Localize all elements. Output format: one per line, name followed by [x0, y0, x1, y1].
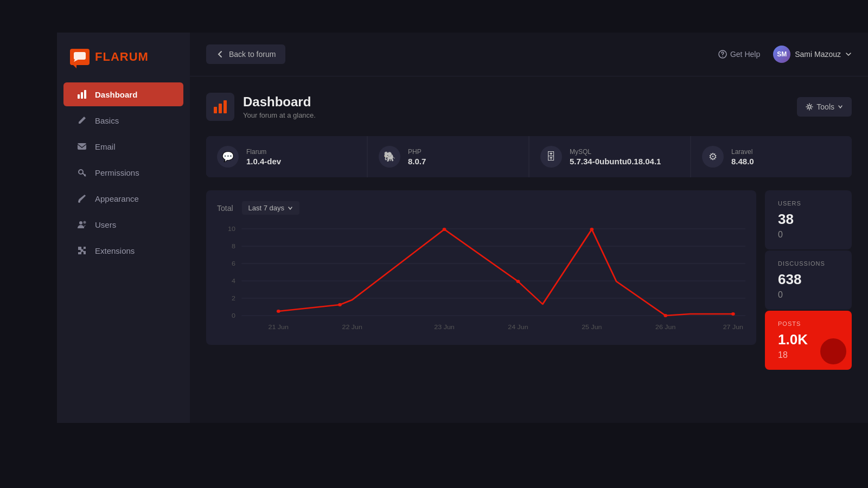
dropdown-arrow-icon [838, 104, 843, 110]
logo-text: FLARUM [95, 50, 149, 64]
svg-text:6: 6 [232, 260, 235, 267]
svg-rect-3 [81, 92, 83, 99]
svg-rect-2 [78, 94, 80, 99]
sidebar-item-dashboard[interactable]: Dashboard [63, 82, 183, 106]
discussions-stat-label: DISCUSSIONS [778, 260, 839, 267]
logo-icon [70, 49, 90, 65]
users-stat-label: USERS [778, 200, 839, 207]
info-card-laravel: ⚙ Laravel 8.48.0 [691, 136, 852, 177]
brush-icon [76, 193, 87, 204]
users-icon [76, 219, 87, 230]
laravel-label: Laravel [731, 148, 754, 156]
sidebar-item-dashboard-label: Dashboard [95, 90, 137, 99]
sidebar-item-extensions[interactable]: Extensions [63, 239, 183, 262]
sidebar-item-users[interactable]: Users [63, 213, 183, 236]
bar-chart-icon [213, 99, 228, 114]
info-card-mysql: 🗄 MySQL 5.7.34-0ubuntu0.18.04.1 [529, 136, 690, 177]
users-stat-value: 38 [778, 211, 839, 228]
svg-point-39 [590, 228, 593, 231]
flarum-value: 1.0.4-dev [246, 157, 281, 166]
svg-text:25 Jun: 25 Jun [582, 324, 602, 330]
info-cards: 💬 Flarum 1.0.4-dev 🐘 PHP 8.0.7 🗄 [206, 136, 852, 177]
page-title: Dashboard [243, 94, 316, 110]
puzzle-icon [76, 245, 87, 256]
flarum-icon: 💬 [217, 146, 239, 168]
sidebar-item-permissions[interactable]: Permissions [63, 160, 183, 184]
stat-card-users: USERS 38 0 [765, 190, 852, 249]
svg-text:8: 8 [232, 243, 235, 249]
sidebar-item-extensions-label: Extensions [95, 246, 135, 255]
chevron-left-icon [216, 50, 225, 59]
svg-point-11 [722, 56, 723, 57]
laravel-value: 8.48.0 [731, 157, 754, 166]
gear-icon [806, 103, 813, 111]
discussions-stat-sub: 0 [778, 290, 839, 300]
posts-stat-label: POSTS [778, 320, 839, 327]
get-help-button[interactable]: Get Help [718, 50, 760, 59]
php-label: PHP [408, 148, 426, 156]
help-icon [718, 50, 727, 59]
back-to-forum-button[interactable]: Back to forum [206, 44, 285, 64]
svg-text:2: 2 [232, 295, 235, 301]
chart-container: Total Last 7 days [206, 190, 756, 345]
tools-button[interactable]: Tools [797, 97, 852, 117]
mysql-label: MySQL [570, 148, 661, 156]
svg-rect-5 [78, 143, 86, 150]
svg-point-7 [78, 201, 80, 203]
sidebar: FLARUM Dashboard Basics [57, 33, 190, 423]
svg-point-35 [277, 310, 280, 313]
pencil-icon [76, 115, 87, 126]
key-icon [76, 167, 87, 178]
mysql-value: 5.7.34-0ubuntu0.18.04.1 [570, 157, 661, 166]
svg-point-38 [516, 280, 520, 283]
dashboard-title-area: Dashboard Your forum at a glance. [206, 93, 316, 121]
total-label: Total [217, 204, 233, 213]
sidebar-item-email[interactable]: Email [63, 134, 183, 158]
stat-card-discussions: DISCUSSIONS 638 0 [765, 251, 852, 310]
dashboard-subtitle: Your forum at a glance. [243, 111, 316, 119]
content-area: Dashboard Your forum at a glance. Tools [190, 76, 868, 386]
laravel-icon: ⚙ [702, 146, 724, 168]
help-label: Get Help [730, 50, 760, 59]
svg-point-8 [79, 221, 82, 224]
info-card-flarum: 💬 Flarum 1.0.4-dev [206, 136, 367, 177]
logo: FLARUM [57, 43, 190, 81]
svg-text:22 Jun: 22 Jun [342, 324, 362, 330]
users-stat-sub: 0 [778, 230, 839, 240]
date-filter-label: Last 7 days [248, 204, 285, 212]
date-filter-button[interactable]: Last 7 days [242, 201, 300, 215]
svg-text:27 Jun: 27 Jun [723, 324, 743, 330]
svg-rect-14 [224, 100, 227, 113]
svg-text:24 Jun: 24 Jun [508, 324, 528, 330]
svg-point-41 [731, 312, 735, 316]
avatar: SM [773, 46, 790, 63]
stat-card-posts: POSTS 1.0K 18 [765, 311, 852, 370]
php-icon: 🐘 [379, 146, 400, 168]
dropdown-chevron-icon [288, 206, 293, 211]
sidebar-item-appearance[interactable]: Appearance [63, 187, 183, 210]
top-nav-right: Get Help SM Sami Mazouz [718, 46, 852, 63]
svg-point-15 [808, 106, 811, 108]
svg-marker-1 [74, 60, 78, 62]
svg-text:26 Jun: 26 Jun [655, 324, 675, 330]
sidebar-item-basics[interactable]: Basics [63, 108, 183, 132]
svg-text:4: 4 [232, 278, 235, 284]
chart-svg-container: 10 8 6 4 2 0 21 Jun 22 Jun 23 Jun 24 Jun… [217, 223, 745, 334]
tools-label: Tools [816, 102, 834, 111]
discussions-stat-value: 638 [778, 271, 839, 288]
svg-rect-12 [214, 107, 217, 113]
sidebar-item-permissions-label: Permissions [95, 168, 139, 177]
posts-avatar-decoration [820, 338, 846, 364]
svg-text:21 Jun: 21 Jun [269, 324, 289, 330]
info-card-php: 🐘 PHP 8.0.7 [368, 136, 528, 177]
envelope-icon [76, 141, 87, 152]
sidebar-item-users-label: Users [95, 220, 116, 229]
line-chart: 10 8 6 4 2 0 21 Jun 22 Jun 23 Jun 24 Jun… [217, 223, 745, 332]
svg-point-36 [338, 303, 342, 306]
user-menu[interactable]: SM Sami Mazouz [773, 46, 852, 63]
svg-point-40 [663, 314, 667, 317]
back-label: Back to forum [229, 50, 276, 59]
mysql-icon: 🗄 [540, 146, 562, 168]
flarum-label: Flarum [246, 148, 281, 156]
top-nav: Back to forum Get Help SM Sami Mazouz [190, 33, 868, 76]
